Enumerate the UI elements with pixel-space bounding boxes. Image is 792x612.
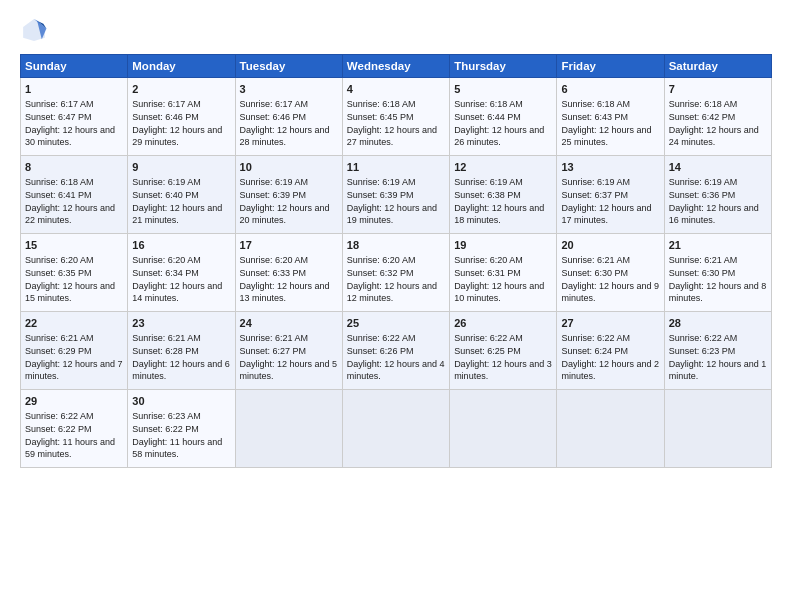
daylight-text: Daylight: 12 hours and 19 minutes. <box>347 203 437 226</box>
calendar-cell: 24Sunrise: 6:21 AMSunset: 6:27 PMDayligh… <box>235 312 342 390</box>
daylight-text: Daylight: 12 hours and 8 minutes. <box>669 281 767 304</box>
sunset-text: Sunset: 6:46 PM <box>132 112 199 122</box>
sunrise-text: Sunrise: 6:22 AM <box>25 411 94 421</box>
day-number: 29 <box>25 394 123 409</box>
sunset-text: Sunset: 6:26 PM <box>347 346 414 356</box>
daylight-text: Daylight: 12 hours and 10 minutes. <box>454 281 544 304</box>
col-header-friday: Friday <box>557 55 664 78</box>
sunset-text: Sunset: 6:34 PM <box>132 268 199 278</box>
sunset-text: Sunset: 6:43 PM <box>561 112 628 122</box>
sunset-text: Sunset: 6:30 PM <box>669 268 736 278</box>
daylight-text: Daylight: 12 hours and 3 minutes. <box>454 359 552 382</box>
day-number: 5 <box>454 82 552 97</box>
calendar-cell: 13Sunrise: 6:19 AMSunset: 6:37 PMDayligh… <box>557 156 664 234</box>
sunrise-text: Sunrise: 6:19 AM <box>132 177 201 187</box>
daylight-text: Daylight: 12 hours and 4 minutes. <box>347 359 445 382</box>
calendar-cell: 30Sunrise: 6:23 AMSunset: 6:22 PMDayligh… <box>128 390 235 468</box>
calendar-cell: 29Sunrise: 6:22 AMSunset: 6:22 PMDayligh… <box>21 390 128 468</box>
week-row-3: 15Sunrise: 6:20 AMSunset: 6:35 PMDayligh… <box>21 234 772 312</box>
day-number: 2 <box>132 82 230 97</box>
daylight-text: Daylight: 12 hours and 18 minutes. <box>454 203 544 226</box>
daylight-text: Daylight: 12 hours and 15 minutes. <box>25 281 115 304</box>
sunrise-text: Sunrise: 6:18 AM <box>454 99 523 109</box>
sunset-text: Sunset: 6:41 PM <box>25 190 92 200</box>
day-number: 30 <box>132 394 230 409</box>
sunrise-text: Sunrise: 6:22 AM <box>454 333 523 343</box>
day-number: 15 <box>25 238 123 253</box>
sunrise-text: Sunrise: 6:18 AM <box>25 177 94 187</box>
sunset-text: Sunset: 6:31 PM <box>454 268 521 278</box>
sunrise-text: Sunrise: 6:20 AM <box>132 255 201 265</box>
day-number: 14 <box>669 160 767 175</box>
sunset-text: Sunset: 6:27 PM <box>240 346 307 356</box>
daylight-text: Daylight: 12 hours and 5 minutes. <box>240 359 338 382</box>
daylight-text: Daylight: 12 hours and 2 minutes. <box>561 359 659 382</box>
sunrise-text: Sunrise: 6:17 AM <box>25 99 94 109</box>
daylight-text: Daylight: 12 hours and 29 minutes. <box>132 125 222 148</box>
page-header <box>20 16 772 44</box>
day-number: 24 <box>240 316 338 331</box>
day-number: 21 <box>669 238 767 253</box>
day-number: 4 <box>347 82 445 97</box>
calendar-cell: 12Sunrise: 6:19 AMSunset: 6:38 PMDayligh… <box>450 156 557 234</box>
day-number: 28 <box>669 316 767 331</box>
calendar-cell: 11Sunrise: 6:19 AMSunset: 6:39 PMDayligh… <box>342 156 449 234</box>
sunrise-text: Sunrise: 6:18 AM <box>669 99 738 109</box>
calendar-cell: 6Sunrise: 6:18 AMSunset: 6:43 PMDaylight… <box>557 78 664 156</box>
daylight-text: Daylight: 12 hours and 28 minutes. <box>240 125 330 148</box>
day-number: 11 <box>347 160 445 175</box>
day-number: 6 <box>561 82 659 97</box>
sunset-text: Sunset: 6:22 PM <box>132 424 199 434</box>
sunrise-text: Sunrise: 6:20 AM <box>25 255 94 265</box>
sunrise-text: Sunrise: 6:19 AM <box>347 177 416 187</box>
sunrise-text: Sunrise: 6:17 AM <box>240 99 309 109</box>
calendar-cell <box>664 390 771 468</box>
sunrise-text: Sunrise: 6:22 AM <box>561 333 630 343</box>
daylight-text: Daylight: 12 hours and 13 minutes. <box>240 281 330 304</box>
sunrise-text: Sunrise: 6:21 AM <box>132 333 201 343</box>
calendar-cell: 22Sunrise: 6:21 AMSunset: 6:29 PMDayligh… <box>21 312 128 390</box>
calendar-cell <box>235 390 342 468</box>
day-number: 7 <box>669 82 767 97</box>
logo-icon <box>20 16 48 44</box>
day-number: 22 <box>25 316 123 331</box>
day-number: 12 <box>454 160 552 175</box>
calendar-cell: 16Sunrise: 6:20 AMSunset: 6:34 PMDayligh… <box>128 234 235 312</box>
daylight-text: Daylight: 12 hours and 1 minute. <box>669 359 767 382</box>
sunrise-text: Sunrise: 6:22 AM <box>347 333 416 343</box>
calendar-cell: 8Sunrise: 6:18 AMSunset: 6:41 PMDaylight… <box>21 156 128 234</box>
calendar-cell: 19Sunrise: 6:20 AMSunset: 6:31 PMDayligh… <box>450 234 557 312</box>
sunset-text: Sunset: 6:29 PM <box>25 346 92 356</box>
sunset-text: Sunset: 6:35 PM <box>25 268 92 278</box>
day-number: 9 <box>132 160 230 175</box>
calendar-cell: 2Sunrise: 6:17 AMSunset: 6:46 PMDaylight… <box>128 78 235 156</box>
daylight-text: Daylight: 12 hours and 27 minutes. <box>347 125 437 148</box>
day-number: 25 <box>347 316 445 331</box>
daylight-text: Daylight: 12 hours and 17 minutes. <box>561 203 651 226</box>
sunset-text: Sunset: 6:30 PM <box>561 268 628 278</box>
sunrise-text: Sunrise: 6:19 AM <box>561 177 630 187</box>
calendar-cell <box>450 390 557 468</box>
calendar-cell: 15Sunrise: 6:20 AMSunset: 6:35 PMDayligh… <box>21 234 128 312</box>
col-header-wednesday: Wednesday <box>342 55 449 78</box>
sunset-text: Sunset: 6:45 PM <box>347 112 414 122</box>
daylight-text: Daylight: 12 hours and 16 minutes. <box>669 203 759 226</box>
sunset-text: Sunset: 6:23 PM <box>669 346 736 356</box>
sunset-text: Sunset: 6:39 PM <box>347 190 414 200</box>
sunrise-text: Sunrise: 6:21 AM <box>669 255 738 265</box>
week-row-5: 29Sunrise: 6:22 AMSunset: 6:22 PMDayligh… <box>21 390 772 468</box>
sunset-text: Sunset: 6:25 PM <box>454 346 521 356</box>
calendar-cell <box>342 390 449 468</box>
sunrise-text: Sunrise: 6:20 AM <box>454 255 523 265</box>
daylight-text: Daylight: 12 hours and 9 minutes. <box>561 281 659 304</box>
daylight-text: Daylight: 12 hours and 22 minutes. <box>25 203 115 226</box>
week-row-1: 1Sunrise: 6:17 AMSunset: 6:47 PMDaylight… <box>21 78 772 156</box>
day-number: 1 <box>25 82 123 97</box>
week-row-2: 8Sunrise: 6:18 AMSunset: 6:41 PMDaylight… <box>21 156 772 234</box>
day-number: 23 <box>132 316 230 331</box>
sunrise-text: Sunrise: 6:18 AM <box>561 99 630 109</box>
calendar-cell: 28Sunrise: 6:22 AMSunset: 6:23 PMDayligh… <box>664 312 771 390</box>
calendar-cell: 3Sunrise: 6:17 AMSunset: 6:46 PMDaylight… <box>235 78 342 156</box>
day-number: 18 <box>347 238 445 253</box>
day-number: 3 <box>240 82 338 97</box>
